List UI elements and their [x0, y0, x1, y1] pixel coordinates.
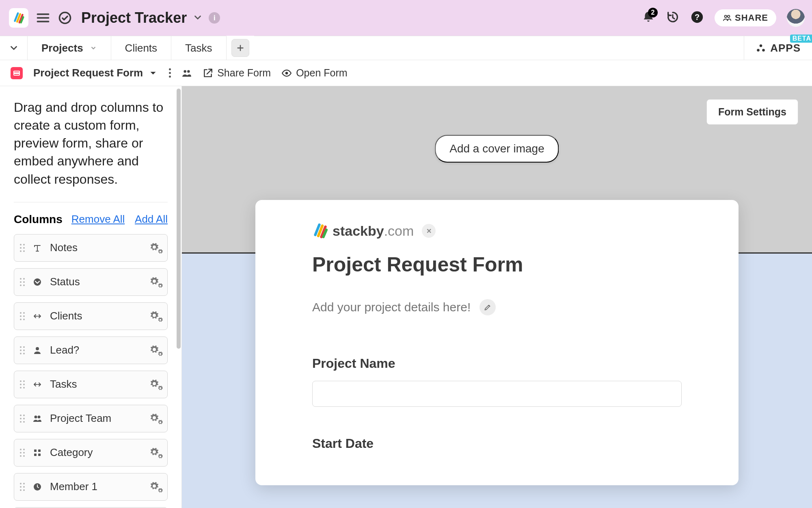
drag-handle-icon[interactable] [20, 380, 25, 389]
apps-icon [756, 43, 766, 53]
column-item[interactable]: Lead? [14, 336, 168, 364]
add-all-link[interactable]: Add All [135, 213, 168, 226]
column-settings-button[interactable] [149, 481, 161, 493]
scrollbar-thumb[interactable] [177, 89, 181, 349]
open-form-label: Open Form [296, 67, 347, 79]
form-brand-logo[interactable]: stackby.com [312, 223, 414, 239]
user-avatar[interactable] [787, 9, 805, 27]
info-icon[interactable]: i [209, 12, 220, 24]
apps-button[interactable]: APPS BETA [744, 36, 812, 60]
divider [14, 202, 168, 202]
column-name: Category [50, 446, 142, 459]
form-settings-button[interactable]: Form Settings [706, 99, 798, 125]
column-item[interactable]: Notes [14, 234, 168, 262]
remove-logo-button[interactable]: ✕ [422, 224, 436, 238]
drag-handle-icon[interactable] [20, 244, 25, 252]
app-logo[interactable] [9, 8, 28, 28]
pencil-icon [484, 303, 492, 311]
form-canvas: Form Settings Add a cover image stackby.… [182, 86, 812, 508]
stackby-icon [312, 223, 328, 239]
column-settings-button[interactable] [149, 345, 161, 356]
view-name-text: Project Request Form [33, 67, 143, 79]
svg-rect-12 [38, 449, 41, 452]
topbar-right: 2 ? SHARE [641, 9, 805, 27]
tab-label: Tasks [185, 42, 212, 54]
task-check-icon[interactable] [58, 11, 72, 25]
share-button[interactable]: SHARE [715, 9, 776, 26]
column-item[interactable]: Status [14, 268, 168, 296]
notification-badge: 2 [648, 8, 658, 17]
view-name-dropdown[interactable]: Project Request Form [33, 67, 158, 79]
stackby-icon [13, 12, 25, 24]
help-icon[interactable]: ? [690, 10, 704, 26]
columns-header: Columns Remove All Add All [14, 213, 168, 226]
brand-text: stackby [333, 223, 384, 239]
svg-point-4 [762, 49, 765, 52]
drag-handle-icon[interactable] [20, 346, 25, 354]
menu-icon[interactable] [36, 11, 50, 25]
add-cover-button[interactable]: Add a cover image [435, 135, 559, 163]
tab-label: Clients [125, 42, 157, 54]
share-icon [203, 68, 213, 78]
form-title[interactable]: Project Request Form [312, 253, 682, 276]
beta-badge: BETA [790, 35, 812, 43]
collaborators-button[interactable] [181, 68, 192, 78]
drag-handle-icon[interactable] [20, 483, 25, 491]
drag-handle-icon[interactable] [20, 278, 25, 286]
history-icon[interactable] [666, 10, 680, 26]
tab-projects[interactable]: Projects [28, 36, 111, 60]
column-settings-button[interactable] [149, 242, 161, 254]
form-view-icon [11, 67, 23, 79]
form-card: stackby.com ✕ Project Request Form Add y… [255, 200, 739, 485]
column-type-icon [32, 413, 43, 424]
add-tab-button[interactable] [231, 39, 249, 57]
column-item[interactable]: Tasks [14, 371, 168, 398]
column-name: Status [50, 276, 142, 288]
expand-tabs-button[interactable] [0, 36, 28, 60]
column-name: Notes [50, 241, 142, 254]
view-toolbar: Project Request Form Share Form Open For… [0, 60, 812, 86]
drag-handle-icon[interactable] [20, 449, 25, 457]
field-label: Start Date [312, 436, 682, 451]
open-form-button[interactable]: Open Form [281, 67, 347, 79]
tab-clients[interactable]: Clients [111, 36, 171, 60]
notifications-button[interactable]: 2 [641, 10, 655, 26]
column-item[interactable]: Category [14, 439, 168, 467]
tab-label: Projects [41, 42, 83, 54]
column-type-icon [32, 345, 43, 356]
tab-tasks[interactable]: Tasks [171, 36, 226, 60]
svg-rect-13 [34, 454, 37, 456]
columns-label: Columns [14, 213, 63, 226]
drag-handle-icon[interactable] [20, 312, 25, 320]
people-icon [181, 68, 192, 78]
column-name: Lead? [50, 344, 142, 356]
share-form-button[interactable]: Share Form [203, 67, 271, 79]
view-more-menu[interactable] [169, 68, 171, 78]
apps-label: APPS [770, 42, 801, 54]
column-type-icon [32, 311, 43, 321]
column-item[interactable]: Clients [14, 302, 168, 330]
chevron-down-icon[interactable] [90, 42, 97, 54]
project-name-input[interactable] [312, 381, 682, 407]
svg-text:?: ? [695, 13, 700, 22]
remove-all-link[interactable]: Remove All [71, 213, 125, 226]
drag-handle-icon[interactable] [20, 415, 25, 423]
eye-icon [281, 68, 292, 78]
column-settings-button[interactable] [149, 447, 161, 458]
app-title[interactable]: Project Tracker i [81, 9, 220, 26]
form-description-text[interactable]: Add your project details here! [312, 300, 471, 314]
column-settings-button[interactable] [149, 276, 161, 288]
column-settings-button[interactable] [149, 379, 161, 390]
field-label: Project Name [312, 356, 682, 371]
edit-description-button[interactable] [479, 299, 496, 315]
sidebar-description: Drag and drop columns to create a custom… [14, 98, 168, 188]
column-name: Clients [50, 310, 142, 322]
column-type-icon [32, 482, 43, 492]
column-settings-button[interactable] [149, 413, 161, 424]
table-tabs: Projects Clients Tasks APPS BETA [0, 36, 812, 60]
svg-rect-14 [38, 454, 41, 456]
column-item[interactable]: Member 1 [14, 473, 168, 501]
chevron-down-icon[interactable] [192, 9, 203, 26]
column-item[interactable]: Project Team [14, 405, 168, 432]
column-settings-button[interactable] [149, 310, 161, 322]
